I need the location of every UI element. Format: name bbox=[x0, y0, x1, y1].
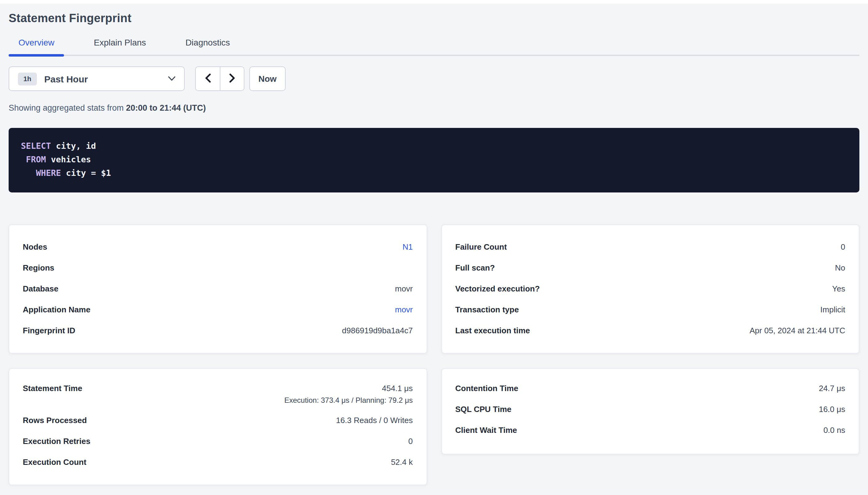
aggregated-stats-prefix: Showing aggregated stats from bbox=[9, 103, 126, 113]
stat-row-contention-time: Contention Time 24.7 μs bbox=[455, 382, 845, 395]
stat-row-statement-time: Statement Time 454.1 μs Execution: 373.4… bbox=[23, 382, 413, 406]
chevron-left-icon bbox=[204, 73, 211, 85]
chevron-down-icon bbox=[168, 76, 176, 81]
detail-row-vectorized-execution: Vectorized execution? Yes bbox=[455, 283, 845, 295]
details-card-left: Nodes N1 Regions Database movr Applicati… bbox=[9, 224, 427, 354]
tab-explain-plans[interactable]: Explain Plans bbox=[84, 37, 156, 55]
time-controls: 1h Past Hour Now bbox=[9, 66, 859, 91]
application-name-link[interactable]: movr bbox=[395, 304, 413, 316]
details-card-right: Failure Count 0 Full scan? No Vectorized… bbox=[441, 224, 859, 354]
sql-statement-box: SELECT city, id FROM vehicles WHERE city… bbox=[9, 128, 859, 192]
page-title: Statement Fingerprint bbox=[9, 12, 859, 25]
detail-row-transaction-type: Transaction type Implicit bbox=[455, 304, 845, 316]
detail-row-full-scan: Full scan? No bbox=[455, 262, 845, 274]
sql-line: WHERE city = $1 bbox=[21, 166, 847, 180]
detail-row-database: Database movr bbox=[23, 283, 413, 295]
sql-line: FROM vehicles bbox=[21, 153, 847, 166]
tab-overview[interactable]: Overview bbox=[9, 37, 64, 55]
nodes-link[interactable]: N1 bbox=[403, 241, 413, 253]
detail-row-fingerprint-id: Fingerprint ID d986919d9ba1a4c7 bbox=[23, 325, 413, 337]
stats-card-left: Statement Time 454.1 μs Execution: 373.4… bbox=[9, 368, 427, 485]
detail-row-application-name: Application Name movr bbox=[23, 304, 413, 316]
stat-row-execution-count: Execution Count 52.4 k bbox=[23, 456, 413, 468]
aggregated-stats-line: Showing aggregated stats from 20:00 to 2… bbox=[9, 103, 859, 113]
statement-time-breakdown: Execution: 373.4 μs / Planning: 79.2 μs bbox=[284, 395, 413, 406]
prev-time-button[interactable] bbox=[196, 67, 220, 90]
detail-row-regions: Regions bbox=[23, 262, 413, 274]
top-strip bbox=[0, 0, 868, 4]
time-nav-group bbox=[195, 66, 244, 91]
stat-row-execution-retries: Execution Retries 0 bbox=[23, 436, 413, 448]
stat-row-rows-processed: Rows Processed 16.3 Reads / 0 Writes bbox=[23, 414, 413, 427]
detail-row-failure-count: Failure Count 0 bbox=[455, 241, 845, 253]
tab-diagnostics[interactable]: Diagnostics bbox=[176, 37, 240, 55]
chevron-right-icon bbox=[229, 73, 235, 85]
time-range-badge: 1h bbox=[18, 72, 37, 85]
aggregated-stats-range: 20:00 to 21:44 (UTC) bbox=[126, 103, 206, 113]
time-range-label: Past Hour bbox=[44, 73, 168, 84]
stat-row-client-wait-time: Client Wait Time 0.0 ns bbox=[455, 424, 845, 437]
next-time-button[interactable] bbox=[220, 67, 244, 90]
now-button[interactable]: Now bbox=[249, 66, 285, 91]
time-range-select[interactable]: 1h Past Hour bbox=[9, 66, 185, 91]
stat-row-sql-cpu-time: SQL CPU Time 16.0 μs bbox=[455, 404, 845, 416]
sql-line: SELECT city, id bbox=[21, 139, 847, 153]
stats-card-right: Contention Time 24.7 μs SQL CPU Time 16.… bbox=[441, 368, 859, 455]
detail-row-nodes: Nodes N1 bbox=[23, 241, 413, 253]
statement-time-value: 454.1 μs bbox=[382, 382, 413, 395]
tabbar: Overview Explain Plans Diagnostics bbox=[9, 37, 859, 56]
statement-fingerprint-page: Statement Fingerprint Overview Explain P… bbox=[0, 0, 868, 495]
detail-row-last-execution-time: Last execution time Apr 05, 2024 at 21:4… bbox=[455, 325, 845, 337]
